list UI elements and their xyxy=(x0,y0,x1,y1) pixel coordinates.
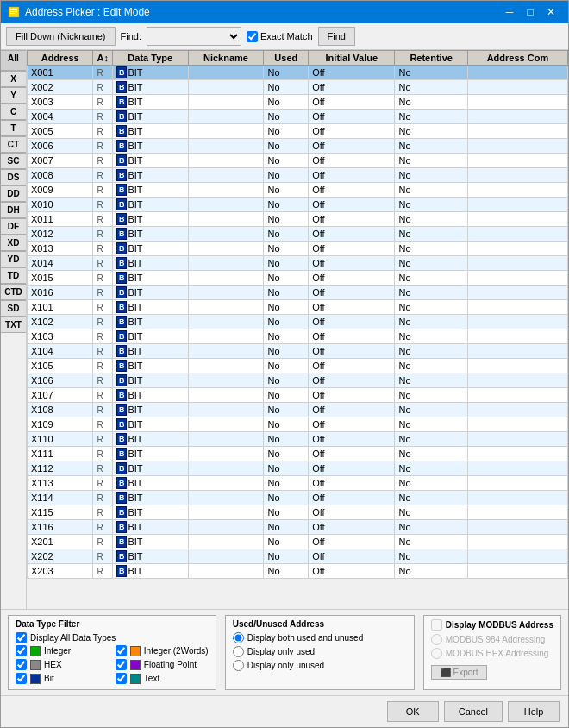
table-row[interactable]: X108 R B BIT No Off No xyxy=(28,403,568,417)
table-row[interactable]: X203 R B BIT No Off No xyxy=(28,564,568,579)
table-row[interactable]: X014 R B BIT No Off No xyxy=(28,256,568,271)
table-row[interactable]: X113 R B BIT No Off No xyxy=(28,476,568,491)
cell-address: X013 xyxy=(28,242,93,256)
table-row[interactable]: X006 R B BIT No Off No xyxy=(28,139,568,154)
side-btn-c[interactable]: C xyxy=(1,104,26,120)
exact-match-label[interactable]: Exact Match xyxy=(247,31,313,42)
cell-comment xyxy=(467,154,567,168)
modbus-checkbox[interactable] xyxy=(431,619,442,631)
cell-rw: R xyxy=(93,154,112,168)
text-checkbox[interactable] xyxy=(116,673,127,684)
table-row[interactable]: X109 R B BIT No Off No xyxy=(28,417,568,432)
cell-initial: Off xyxy=(309,242,395,256)
table-row[interactable]: X110 R B BIT No Off No xyxy=(28,432,568,447)
table-row[interactable]: X106 R B BIT No Off No xyxy=(28,373,568,388)
table-row[interactable]: X011 R B BIT No Off No xyxy=(28,212,568,227)
dtype-label: BIT xyxy=(128,537,142,547)
minimize-button[interactable]: ─ xyxy=(499,3,520,21)
cell-rw: R xyxy=(93,417,112,432)
radio-used-label: Display only used xyxy=(247,647,315,656)
side-btn-x[interactable]: X xyxy=(1,71,26,87)
close-button[interactable]: ✕ xyxy=(541,3,561,21)
side-btn-ct[interactable]: CT xyxy=(1,136,26,153)
table-row[interactable]: X007 R B BIT No Off No xyxy=(28,154,568,168)
col-comment[interactable]: Address Com xyxy=(467,51,567,66)
cancel-button[interactable]: Cancel xyxy=(444,701,503,722)
help-button[interactable]: Help xyxy=(508,701,560,722)
dtype-label: BIT xyxy=(128,287,142,298)
find-button[interactable]: Find xyxy=(318,27,355,46)
side-btn-yd[interactable]: YD xyxy=(1,251,26,267)
radio-both-input[interactable] xyxy=(233,632,244,643)
side-btn-td[interactable]: TD xyxy=(1,267,26,284)
table-row[interactable]: X009 R B BIT No Off No xyxy=(28,183,568,198)
side-btn-y[interactable]: Y xyxy=(1,87,26,104)
bit-checkbox[interactable] xyxy=(16,673,27,684)
side-btn-ctd[interactable]: CTD xyxy=(1,284,26,300)
cell-initial: Off xyxy=(309,359,395,373)
side-btn-dd[interactable]: DD xyxy=(1,185,26,202)
table-row[interactable]: X115 R B BIT No Off No xyxy=(28,505,568,520)
table-row[interactable]: X001 R B BIT No Off No xyxy=(28,66,568,80)
table-row[interactable]: X102 R B BIT No Off No xyxy=(28,315,568,329)
table-row[interactable]: X008 R B BIT No Off No xyxy=(28,168,568,183)
display-all-checkbox[interactable] xyxy=(16,632,27,643)
table-row[interactable]: X004 R B BIT No Off No xyxy=(28,110,568,124)
side-btn-sc[interactable]: SC xyxy=(1,153,26,169)
table-row[interactable]: X116 R B BIT No Off No xyxy=(28,520,568,535)
table-row[interactable]: X201 R B BIT No Off No xyxy=(28,535,568,549)
modbus-984-radio[interactable] xyxy=(431,634,442,645)
side-btn-dh[interactable]: DH xyxy=(1,202,26,218)
table-row[interactable]: X101 R B BIT No Off No xyxy=(28,300,568,315)
table-row[interactable]: X114 R B BIT No Off No xyxy=(28,491,568,505)
cell-used: No xyxy=(264,198,309,212)
table-row[interactable]: X016 R B BIT No Off No xyxy=(28,286,568,300)
table-row[interactable]: X005 R B BIT No Off No xyxy=(28,124,568,139)
ok-button[interactable]: OK xyxy=(387,701,439,722)
col-address[interactable]: Address xyxy=(28,51,93,66)
table-row[interactable]: X107 R B BIT No Off No xyxy=(28,388,568,403)
table-row[interactable]: X103 R B BIT No Off No xyxy=(28,329,568,344)
filter-row: Data Type Filter Display All Data Types … xyxy=(1,610,568,695)
table-row[interactable]: X202 R B BIT No Off No xyxy=(28,549,568,564)
side-btn-txt[interactable]: TXT xyxy=(1,317,26,333)
side-btn-xd[interactable]: XD xyxy=(1,235,26,251)
used-unused-group: Used/Unused Address Display both used an… xyxy=(225,615,415,690)
integer-checkbox[interactable] xyxy=(16,645,27,656)
table-container[interactable]: Address A↕ Data Type Nickname Used Initi… xyxy=(27,50,568,609)
side-btn-ds[interactable]: DS xyxy=(1,169,26,185)
exact-match-checkbox[interactable] xyxy=(247,31,258,42)
table-row[interactable]: X013 R B BIT No Off No xyxy=(28,242,568,256)
table-row[interactable]: X012 R B BIT No Off No xyxy=(28,227,568,242)
radio-used-input[interactable] xyxy=(233,646,244,657)
table-row[interactable]: X111 R B BIT No Off No xyxy=(28,447,568,461)
radio-unused-input[interactable] xyxy=(233,660,244,671)
side-btn-all[interactable]: All xyxy=(1,50,26,71)
fill-down-button[interactable]: Fill Down (Nickname) xyxy=(6,27,116,46)
side-btn-sd[interactable]: SD xyxy=(1,300,26,317)
col-sort[interactable]: A↕ xyxy=(93,51,112,66)
col-datatype[interactable]: Data Type xyxy=(112,51,188,66)
export-button[interactable]: ⬛ Export xyxy=(431,665,488,680)
table-row[interactable]: X105 R B BIT No Off No xyxy=(28,359,568,373)
col-used[interactable]: Used xyxy=(264,51,309,66)
col-initial[interactable]: Initial Value xyxy=(309,51,395,66)
table-row[interactable]: X112 R B BIT No Off No xyxy=(28,461,568,476)
table-row[interactable]: X104 R B BIT No Off No xyxy=(28,344,568,359)
side-btn-df[interactable]: DF xyxy=(1,218,26,235)
integer-2w-checkbox[interactable] xyxy=(116,645,127,656)
table-row[interactable]: X015 R B BIT No Off No xyxy=(28,271,568,286)
hex-checkbox[interactable] xyxy=(16,659,27,670)
cell-dtype: B BIT xyxy=(112,124,188,139)
modbus-hex-radio[interactable] xyxy=(431,648,442,659)
table-row[interactable]: X010 R B BIT No Off No xyxy=(28,198,568,212)
col-retentive[interactable]: Retentive xyxy=(395,51,467,66)
side-btn-t[interactable]: T xyxy=(1,120,26,136)
dtype-label: BIT xyxy=(128,463,142,474)
find-combo[interactable] xyxy=(147,27,241,46)
maximize-button[interactable]: □ xyxy=(520,3,541,21)
table-row[interactable]: X002 R B BIT No Off No xyxy=(28,80,568,95)
fp-checkbox[interactable] xyxy=(116,659,127,670)
col-nickname[interactable]: Nickname xyxy=(188,51,264,66)
table-row[interactable]: X003 R B BIT No Off No xyxy=(28,95,568,110)
